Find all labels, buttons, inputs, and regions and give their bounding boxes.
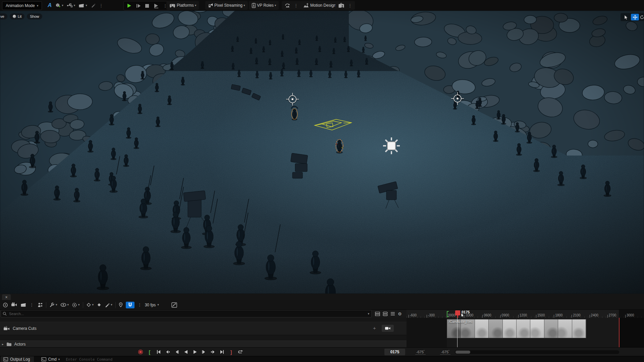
view-range-start-spinbox[interactable]: -675* — [415, 350, 426, 355]
more-options-icon[interactable]: ⋮ — [294, 3, 298, 8]
lock-camera-button[interactable] — [382, 325, 394, 332]
playback-options-icon[interactable]: ▾ — [72, 302, 80, 308]
to-front-button[interactable] — [155, 349, 162, 355]
close-tab-button[interactable]: × — [2, 294, 11, 300]
save-icon[interactable] — [3, 302, 8, 308]
timeline-scrollbar[interactable] — [455, 350, 619, 354]
vp-roles-button[interactable]: VP Roles ▾ — [252, 3, 276, 8]
step-forward-button[interactable] — [200, 349, 208, 355]
scrollbar-thumb[interactable] — [455, 351, 470, 354]
transport-bar: [ ] 0175 -675* -675* — [0, 347, 644, 356]
snap-magnet-button[interactable] — [126, 302, 135, 308]
mode-selector[interactable]: Animation Mode ▾ — [2, 1, 42, 10]
set-end-button[interactable]: ] — [227, 349, 235, 355]
pin-icon[interactable] — [119, 302, 123, 307]
expander-icon[interactable]: ▸ — [2, 343, 4, 346]
current-frame-display[interactable]: 0175 — [384, 349, 405, 355]
chevron-down-icon: ▾ — [78, 303, 80, 306]
chevron-down-icon: ▾ — [157, 303, 159, 306]
pixel-streaming-button[interactable]: Pixel Streaming ▾ — [208, 3, 245, 8]
blueprints-button[interactable]: ▾ — [67, 3, 75, 8]
filmstrip-frame — [475, 319, 489, 338]
sequencer-toolbar: ⋮ ▾ ▾ ▾ ▾ ▾ ⋮ 30 fps ▾ — [0, 300, 644, 310]
fps-dropdown[interactable]: 30 fps ▾ — [145, 303, 159, 307]
next-key-button[interactable] — [209, 349, 217, 355]
cinematics-button[interactable]: ▾ — [78, 3, 87, 8]
keyframe-options-icon[interactable]: ▾ — [86, 302, 94, 307]
console-command-input[interactable] — [65, 357, 254, 362]
create-camera-icon[interactable] — [11, 302, 17, 307]
timeline-ruler[interactable]: 0175 -600-300000003000600090012001500180… — [407, 310, 644, 318]
playhead-handle[interactable] — [455, 310, 460, 315]
motion-design-button[interactable]: Motion Design — [303, 3, 336, 8]
record-button[interactable] — [137, 349, 144, 355]
perspective-pill[interactable]: ve — [0, 13, 7, 19]
more-options-icon[interactable]: ⋮ — [99, 3, 103, 8]
curve-editor-icon[interactable] — [171, 302, 177, 308]
search-input[interactable] — [8, 311, 368, 316]
ruler-tick: 2100 — [572, 315, 572, 318]
add-actor-button[interactable]: + ▾ — [55, 3, 63, 8]
status-bar: Output Log Cmd ▾ — [0, 356, 644, 362]
rotate-tool-button[interactable] — [640, 14, 644, 20]
more-options-icon[interactable]: ⋮ — [348, 3, 352, 8]
level-viewport[interactable]: ve Lit Show — [0, 11, 644, 294]
more-options-icon[interactable]: ⋮ — [30, 302, 34, 307]
ruler-tick: 2400 — [590, 315, 590, 318]
move-tool-button[interactable] — [631, 14, 639, 20]
camera-actor-gizmo[interactable] — [285, 92, 300, 107]
play-reverse-button[interactable] — [182, 349, 190, 355]
add-section-button[interactable]: + — [373, 325, 376, 331]
more-options-icon[interactable]: ⋮ — [138, 302, 142, 307]
lit-sphere-icon — [13, 15, 16, 18]
switch-level-icon[interactable] — [284, 3, 290, 8]
set-start-button[interactable]: [ — [146, 349, 153, 355]
select-tool-button[interactable] — [622, 14, 630, 20]
camera-cuts-track-row[interactable]: Camera Cuts + — [0, 322, 407, 335]
launch-button[interactable] — [153, 3, 159, 8]
actors-folder-row[interactable]: ▸ Actors — [0, 341, 407, 347]
modify-brush-icon[interactable] — [91, 3, 96, 8]
search-box[interactable]: ▾ — [1, 310, 372, 317]
timeline-track-area[interactable]: /CamActor_Rec — [407, 318, 644, 347]
cmd-dropdown[interactable]: Cmd ▾ — [41, 357, 60, 362]
edit-options-icon[interactable]: ▾ — [105, 302, 112, 307]
frame-skip-button[interactable] — [136, 3, 141, 8]
chevron-down-icon: ▾ — [67, 303, 69, 306]
view-mode-pill[interactable]: Lit — [10, 13, 25, 19]
platforms-button[interactable]: Platforms ▾ — [169, 3, 196, 8]
camera-actor-gizmo[interactable] — [450, 91, 465, 106]
eye-icon[interactable]: ▾ — [60, 303, 69, 307]
play-button[interactable] — [126, 3, 132, 8]
play-forward-button[interactable] — [191, 349, 199, 355]
auto-key-icon[interactable] — [97, 302, 102, 307]
media-capture-icon[interactable] — [338, 3, 344, 8]
ruler-tick: 1500 — [536, 315, 536, 318]
playhead-line[interactable] — [457, 318, 458, 347]
bind-actor-icon[interactable] — [37, 302, 43, 308]
gear-icon[interactable]: ⚙ — [398, 311, 402, 316]
wrench-icon[interactable]: ▾ — [49, 302, 57, 308]
stop-button[interactable] — [145, 4, 149, 8]
search-filter-chevron-icon[interactable]: ▾ — [368, 312, 369, 315]
transform-toolbar — [621, 13, 644, 21]
loop-button[interactable] — [236, 349, 244, 355]
out-of-range-shade — [620, 318, 644, 347]
previous-key-button[interactable] — [164, 349, 171, 355]
chevron-down-icon: ▾ — [58, 358, 60, 361]
expand-rows-icon[interactable] — [383, 312, 388, 316]
render-movie-icon[interactable] — [20, 302, 26, 307]
to-end-button[interactable] — [218, 349, 226, 355]
show-pill[interactable]: Show — [27, 13, 42, 19]
step-back-button[interactable] — [173, 349, 180, 355]
light-actor-gizmo[interactable] — [382, 136, 401, 156]
view-range-end-spinbox[interactable]: -675* — [440, 350, 450, 355]
output-log-button[interactable]: Output Log — [1, 356, 34, 362]
chevron-down-icon: ▾ — [244, 4, 245, 7]
animation-icon[interactable]: A — [48, 2, 52, 9]
list-view-icon[interactable] — [390, 312, 395, 316]
collapse-rows-icon[interactable] — [375, 312, 380, 316]
track-label: Camera Cuts — [13, 326, 37, 331]
playback-start-bracket[interactable] — [447, 311, 449, 317]
camera-selection-wireframe[interactable] — [312, 115, 356, 141]
